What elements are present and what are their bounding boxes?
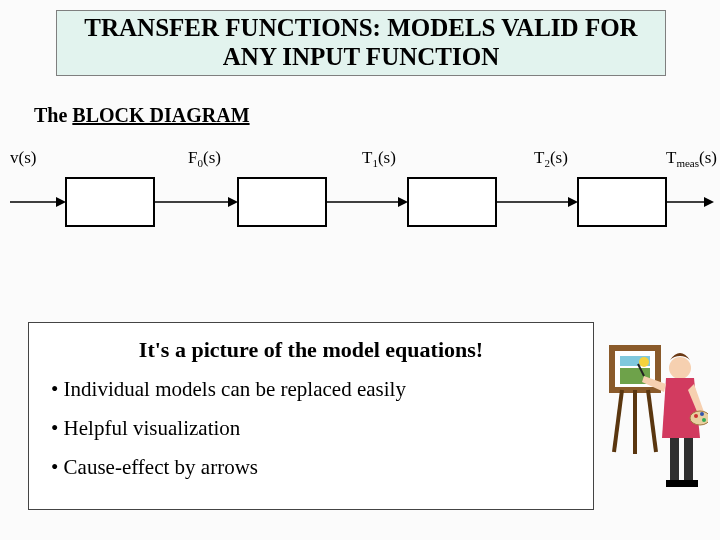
svg-line-14 bbox=[614, 390, 622, 452]
page-title: TRANSFER FUNCTIONS: MODELS VALID FOR ANY… bbox=[57, 14, 665, 72]
block-Gsensor bbox=[578, 178, 666, 226]
block-diagram bbox=[0, 150, 720, 270]
block-Gvalve bbox=[66, 178, 154, 226]
note-box: It's a picture of the model equations! •… bbox=[28, 322, 594, 510]
svg-marker-1 bbox=[56, 197, 66, 207]
svg-rect-24 bbox=[684, 438, 693, 482]
svg-marker-5 bbox=[398, 197, 408, 207]
svg-rect-26 bbox=[682, 480, 698, 487]
bullet-2: • Helpful visualization bbox=[51, 416, 571, 441]
block-Gtank1 bbox=[238, 178, 326, 226]
svg-marker-9 bbox=[704, 197, 714, 207]
svg-point-17 bbox=[669, 357, 691, 379]
subtitle-term: BLOCK DIAGRAM bbox=[72, 104, 249, 126]
svg-point-13 bbox=[639, 357, 649, 367]
subtitle: The BLOCK DIAGRAM bbox=[34, 104, 250, 127]
svg-rect-25 bbox=[666, 480, 682, 487]
bullet-3: • Cause-effect by arrows bbox=[51, 455, 571, 480]
note-headline: It's a picture of the model equations! bbox=[51, 337, 571, 363]
svg-line-15 bbox=[648, 390, 656, 452]
svg-point-21 bbox=[702, 418, 706, 422]
svg-point-19 bbox=[694, 414, 698, 418]
svg-point-20 bbox=[700, 412, 704, 416]
svg-marker-3 bbox=[228, 197, 238, 207]
svg-point-18 bbox=[690, 411, 708, 425]
subtitle-prefix: The bbox=[34, 104, 72, 126]
svg-rect-23 bbox=[670, 438, 679, 482]
svg-marker-7 bbox=[568, 197, 578, 207]
painter-icon bbox=[608, 342, 708, 502]
block-Gtank2 bbox=[408, 178, 496, 226]
title-box: TRANSFER FUNCTIONS: MODELS VALID FOR ANY… bbox=[56, 10, 666, 76]
bullet-1: • Individual models can be replaced easi… bbox=[51, 377, 571, 402]
